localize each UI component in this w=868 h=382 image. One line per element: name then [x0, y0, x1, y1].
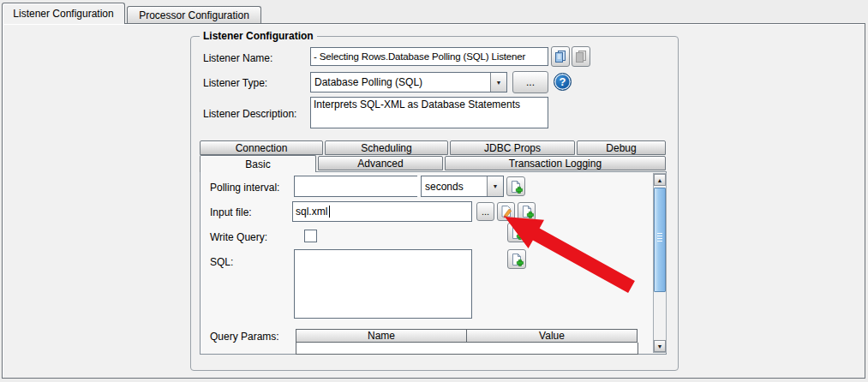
query-params-table: Name Value: [296, 329, 638, 355]
chevron-down-icon[interactable]: ▼: [490, 73, 506, 92]
help-icon: ?: [560, 75, 566, 88]
tab-jdbc-props[interactable]: JDBC Props: [450, 140, 575, 155]
browse-label: ...: [482, 206, 489, 217]
listener-description-box[interactable]: Interprets SQL-XML as Database Statement…: [310, 97, 548, 128]
tab-basic[interactable]: Basic: [200, 155, 316, 172]
outer-tab-label: Listener Configuration: [13, 8, 113, 20]
text-caret: [329, 206, 330, 218]
edit-file-button[interactable]: [497, 202, 515, 221]
chevron-down-icon[interactable]: ▼: [487, 176, 503, 196]
copy-button[interactable]: [551, 46, 570, 67]
browse-label: ...: [526, 76, 535, 88]
tab-label: Basic: [245, 158, 270, 170]
paste-disabled-icon: [574, 50, 588, 63]
listener-name-input[interactable]: [310, 47, 548, 66]
listener-name-label: Listener Name:: [203, 52, 272, 64]
tab-label: JDBC Props: [484, 142, 541, 154]
sql-label: SQL:: [210, 256, 233, 268]
listener-type-label: Listener Type:: [203, 77, 267, 89]
listener-type-value: Database Polling (SQL): [311, 76, 490, 88]
write-query-checkbox[interactable]: [304, 230, 317, 242]
listener-description-label: Listener Description:: [203, 108, 296, 120]
query-params-label: Query Params:: [210, 331, 279, 343]
column-header-value[interactable]: Value: [466, 329, 638, 343]
input-file-browse-button[interactable]: ...: [476, 202, 494, 221]
sql-textarea[interactable]: [294, 249, 472, 319]
column-header-name[interactable]: Name: [296, 329, 467, 343]
tab-connection[interactable]: Connection: [200, 140, 323, 155]
column-header-label: Name: [368, 330, 395, 342]
add-write-query-button[interactable]: [507, 223, 526, 242]
input-file-input[interactable]: [292, 201, 472, 222]
groupbox-title: Listener Configuration: [200, 30, 317, 42]
tab-debug[interactable]: Debug: [577, 140, 666, 155]
outer-tab-listener-configuration[interactable]: Listener Configuration: [2, 3, 125, 24]
paste-button[interactable]: [572, 46, 590, 67]
add-polling-interval-button[interactable]: [506, 176, 525, 196]
outer-tab-processor-configuration[interactable]: Processor Configuration: [127, 6, 261, 24]
tab-label: Scheduling: [361, 142, 411, 154]
tab-label: Transaction Logging: [509, 158, 602, 170]
listener-type-browse-button[interactable]: ...: [512, 71, 548, 93]
add-document-icon: [510, 226, 524, 240]
polling-interval-spinner: ▲ ▼: [294, 176, 417, 197]
tab-scheduling[interactable]: Scheduling: [325, 140, 448, 155]
write-query-label: Write Query:: [210, 231, 267, 243]
column-header-label: Value: [539, 330, 565, 342]
edit-pencil-icon: [500, 205, 513, 218]
app-window: Listener Configuration Processor Configu…: [0, 0, 868, 382]
polling-interval-input[interactable]: [295, 176, 430, 196]
listener-type-select[interactable]: Database Polling (SQL) ▼: [310, 72, 507, 93]
tab-label: Connection: [236, 142, 288, 154]
vertical-scrollbar[interactable]: ▲ ▼: [653, 173, 667, 353]
interval-unit-select[interactable]: seconds ▼: [421, 176, 504, 197]
copy-icon: [554, 50, 567, 63]
tab-transaction-logging[interactable]: Transaction Logging: [445, 156, 666, 170]
help-button[interactable]: ?: [554, 73, 572, 91]
interval-unit-value: seconds: [422, 181, 487, 193]
tab-label: Advanced: [357, 158, 403, 170]
outer-tab-label: Processor Configuration: [139, 9, 249, 21]
add-input-file-button[interactable]: [518, 202, 536, 221]
table-empty-row: [296, 343, 638, 355]
tab-label: Debug: [606, 142, 636, 154]
add-document-icon: [510, 253, 524, 266]
input-file-label: Input file:: [210, 206, 252, 218]
tab-advanced[interactable]: Advanced: [318, 156, 443, 170]
add-sql-button[interactable]: [507, 249, 526, 269]
table-header-row: Name Value: [296, 329, 638, 343]
scroll-up-button[interactable]: ▲: [654, 174, 666, 186]
scroll-down-button[interactable]: ▼: [654, 340, 666, 352]
polling-interval-label: Polling interval:: [210, 182, 279, 194]
add-document-icon: [520, 205, 534, 218]
add-document-icon: [509, 180, 523, 194]
scroll-thumb[interactable]: [654, 188, 666, 292]
